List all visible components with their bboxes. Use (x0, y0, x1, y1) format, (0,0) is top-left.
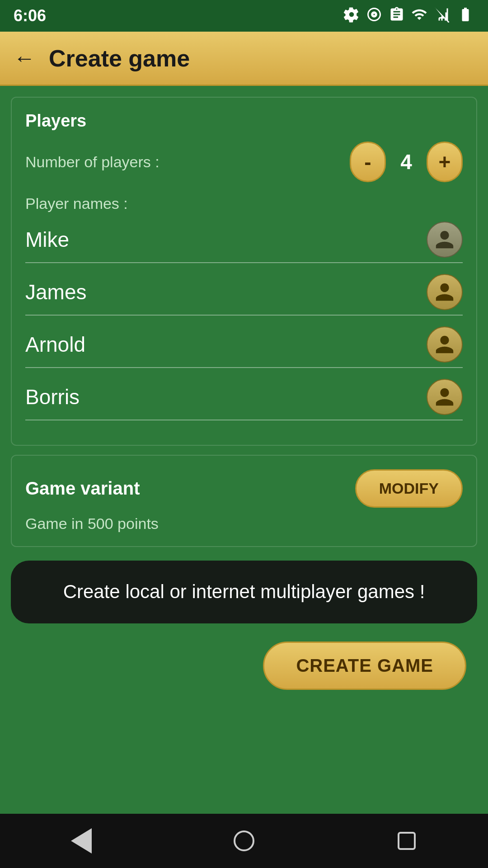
player-input-3[interactable] (25, 329, 418, 360)
player-names-label: Player names : (25, 195, 463, 212)
radio-icon (366, 6, 382, 26)
players-section: Players Number of players : - 4 + Player… (11, 97, 477, 446)
player-row-1 (25, 222, 463, 263)
battery-icon (456, 6, 474, 26)
page-title: Create game (49, 45, 190, 72)
clipboard-icon (389, 6, 405, 26)
status-icons (343, 6, 474, 26)
game-variant-row: Game variant MODIFY (25, 469, 463, 508)
nav-bar (0, 814, 488, 868)
increment-button[interactable]: + (427, 142, 463, 182)
game-variant-description: Game in 500 points (25, 515, 463, 533)
players-count-label: Number of players : (25, 153, 350, 171)
main-content: Players Number of players : - 4 + Player… (0, 86, 488, 814)
back-button[interactable]: ← (14, 46, 35, 71)
gear-icon (343, 6, 360, 26)
count-controls: - 4 + (350, 142, 463, 182)
nav-home-button[interactable] (221, 818, 267, 863)
game-variant-title: Game variant (25, 478, 140, 499)
player-avatar-4[interactable] (427, 379, 463, 415)
nav-back-icon (71, 828, 92, 854)
player-avatar-1[interactable] (427, 222, 463, 258)
nav-back-button[interactable] (59, 818, 104, 863)
player-count-value: 4 (395, 150, 418, 174)
tooltip-box: Create local or internet multiplayer gam… (11, 561, 477, 623)
player-avatar-2[interactable] (427, 274, 463, 310)
decrement-button[interactable]: - (350, 142, 386, 182)
player-avatar-3[interactable] (427, 326, 463, 363)
nav-home-icon (234, 830, 254, 851)
wifi-icon (411, 6, 427, 26)
nav-recents-button[interactable] (384, 818, 429, 863)
player-row-2 (25, 274, 463, 316)
modify-button[interactable]: MODIFY (355, 469, 463, 508)
status-bar: 6:06 (0, 0, 488, 32)
signal-icon (434, 6, 450, 26)
player-input-2[interactable] (25, 276, 418, 308)
nav-recents-icon (398, 832, 416, 850)
tooltip-text: Create local or internet multiplayer gam… (33, 579, 455, 605)
create-game-button[interactable]: CREATE GAME (263, 642, 466, 690)
top-bar: ← Create game (0, 32, 488, 86)
players-section-title: Players (25, 111, 463, 131)
create-game-btn-row: CREATE GAME (11, 637, 477, 694)
status-time: 6:06 (14, 6, 46, 25)
player-input-1[interactable] (25, 224, 418, 255)
player-row-3 (25, 326, 463, 368)
game-variant-section: Game variant MODIFY Game in 500 points (11, 455, 477, 547)
player-row-4 (25, 379, 463, 420)
players-count-row: Number of players : - 4 + (25, 142, 463, 182)
player-input-4[interactable] (25, 381, 418, 413)
